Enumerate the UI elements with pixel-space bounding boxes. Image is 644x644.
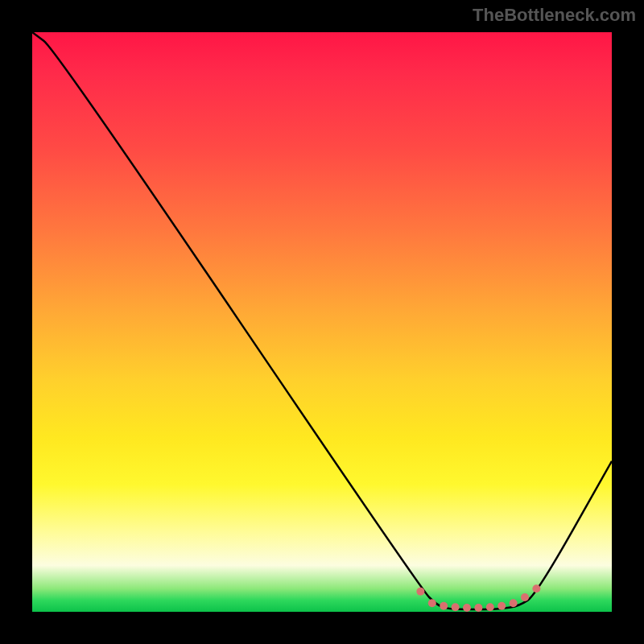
highlight-dot bbox=[452, 603, 460, 611]
chart-svg bbox=[32, 32, 612, 612]
highlight-dot bbox=[486, 603, 494, 611]
attribution-text: TheBottleneck.com bbox=[473, 5, 636, 26]
highlight-dot bbox=[428, 599, 436, 607]
highlight-dot bbox=[440, 602, 448, 610]
highlight-dot bbox=[497, 602, 506, 610]
highlight-dot bbox=[463, 604, 471, 612]
highlight-dot bbox=[510, 599, 518, 607]
highlight-dot bbox=[521, 593, 529, 601]
highlight-dot bbox=[416, 588, 424, 596]
highlight-dot bbox=[474, 604, 482, 612]
highlight-dots-group bbox=[416, 584, 540, 612]
highlight-dot bbox=[532, 584, 540, 592]
plot-area bbox=[32, 32, 612, 612]
bottleneck-curve bbox=[32, 32, 612, 609]
